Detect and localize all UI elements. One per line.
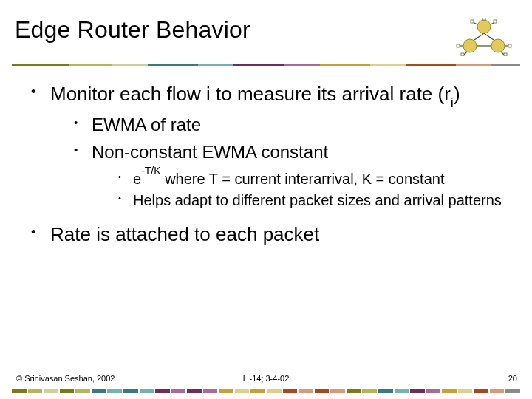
bullet-item: Rate is attached to each packet (30, 222, 502, 247)
footer-chip (330, 389, 345, 393)
text: where T = current interarrival, K = cons… (161, 171, 445, 187)
text: Helps adapt to different packet sizes an… (133, 192, 502, 208)
footer-chip (474, 389, 488, 393)
svg-rect-18 (508, 44, 511, 47)
footer-chip (362, 389, 377, 393)
underline-seg (406, 64, 456, 66)
footer-chip (187, 389, 202, 393)
underline-seg (148, 64, 198, 66)
footer-chip (12, 389, 27, 393)
text: Rate is attached to each packet (50, 223, 319, 245)
title-row: Edge Router Behavior (0, 0, 532, 61)
svg-point-2 (491, 39, 505, 52)
svg-rect-19 (504, 53, 507, 56)
footer: © Srinivasan Seshan, 2002 L -14; 3-4-02 … (0, 374, 532, 389)
text: e (133, 171, 141, 187)
underline-seg (233, 64, 284, 66)
footer-chip (505, 389, 520, 393)
footer-chip (92, 389, 106, 393)
underline-seg (112, 64, 148, 66)
svg-line-4 (484, 33, 494, 40)
footer-chip (315, 389, 330, 393)
footer-chip (395, 389, 409, 393)
slide-body: Monitor each flow i to measure its arriv… (0, 66, 532, 247)
bullet-list-level2: EWMA of rate Non-constant EWMA constant … (50, 114, 502, 211)
subscript-i: i (451, 95, 454, 110)
footer-copyright: © Srinivasan Seshan, 2002 (16, 374, 115, 383)
footer-chip (299, 389, 313, 393)
footer-chip (171, 389, 186, 393)
slide-title: Edge Router Behavior (15, 16, 250, 44)
footer-chip (378, 389, 393, 393)
underline-seg (69, 64, 112, 66)
footer-chip (219, 389, 233, 393)
footer-chip (75, 389, 90, 393)
footer-chip (140, 389, 154, 393)
svg-point-1 (463, 39, 477, 52)
bullet-item: EWMA of rate (74, 114, 502, 137)
underline-seg (284, 64, 319, 66)
footer-color-bar (12, 389, 520, 393)
footer-chip (235, 389, 250, 393)
footer-chip (410, 389, 425, 393)
underline-seg (198, 64, 233, 66)
superscript-exp: -T/K (141, 165, 160, 177)
network-cluster-icon (455, 18, 513, 56)
footer-chip (123, 389, 138, 393)
footer-chip (347, 389, 361, 393)
underline-seg (12, 64, 69, 66)
text: EWMA of rate (92, 115, 201, 134)
svg-rect-16 (457, 44, 460, 47)
footer-chip (442, 389, 457, 393)
svg-point-0 (477, 20, 491, 33)
underline-seg (456, 64, 491, 66)
footer-center: L -14; 3-4-02 (243, 374, 290, 383)
underline-seg (491, 64, 520, 66)
bullet-item: Monitor each flow i to measure its arriv… (30, 82, 502, 211)
svg-rect-14 (471, 20, 474, 23)
footer-chip (155, 389, 170, 393)
bullet-item: Non-constant EWMA constant e-T/K where T… (74, 141, 502, 211)
svg-line-3 (474, 33, 484, 40)
footer-chip (250, 389, 265, 393)
footer-chip (458, 389, 473, 393)
bullet-list-level3: e-T/K where T = current interarrival, K … (92, 170, 502, 211)
bullet-item: Helps adapt to different packet sizes an… (118, 191, 502, 211)
footer-chip (28, 389, 43, 393)
text: Non-constant EWMA constant (92, 142, 328, 162)
text: Monitor each flow i to measure its arriv… (50, 83, 451, 105)
bullet-item: e-T/K where T = current interarrival, K … (118, 170, 502, 189)
footer-chip (283, 389, 298, 393)
svg-rect-15 (494, 20, 497, 23)
footer-chip (203, 389, 218, 393)
footer-chip (490, 389, 505, 393)
text: ) (454, 83, 460, 105)
underline-seg (320, 64, 370, 66)
footer-chip (60, 389, 75, 393)
title-underline (12, 64, 520, 66)
footer-chip (267, 389, 282, 393)
slide: Edge Router Behavior (0, 0, 532, 399)
footer-chip (107, 389, 122, 393)
svg-rect-17 (461, 53, 464, 56)
footer-chip (426, 389, 441, 393)
footer-chip (44, 389, 58, 393)
bullet-list-level1: Monitor each flow i to measure its arriv… (30, 82, 502, 247)
underline-seg (370, 64, 406, 66)
svg-rect-13 (482, 18, 485, 20)
footer-page-number: 20 (508, 374, 517, 383)
